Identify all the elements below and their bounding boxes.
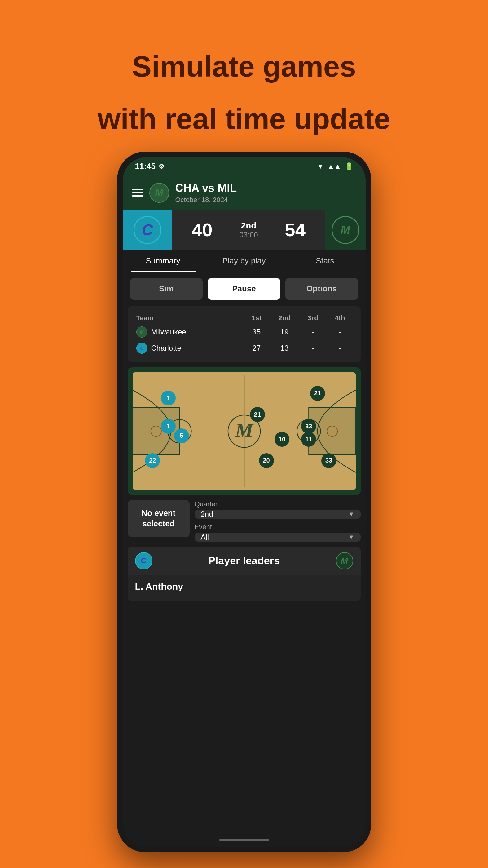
score-center-info: 2nd 03:00 [239,221,258,239]
svg-text:M: M [234,418,254,441]
quarter-dropdown-group: Quarter 2nd ▼ [195,500,361,519]
player-mil-20: 20 [259,453,274,468]
score-section: C 40 2nd 03:00 54 M [123,210,366,250]
mil-team-icon: M [136,327,148,338]
court-container: M 1 1 5 22 21 21 33 10 11 20 33 [133,372,356,490]
quarter-value: 2nd [201,510,213,519]
event-selector: No event selected Quarter 2nd ▼ Event Al… [128,500,361,541]
team-cell-mil: M Milwaukee [136,327,242,338]
cha-q2: 13 [269,340,300,356]
sim-button[interactable]: Sim [130,278,203,300]
pause-button[interactable]: Pause [207,278,281,300]
cha-leaders-logo: C [135,552,153,569]
mil-q2: 19 [269,324,300,340]
mil-logo-score: M [331,216,359,244]
cha-team-name: Charlotte [151,344,181,352]
player-cha-5: 5 [174,428,189,443]
signal-icon: ▲▲ [327,162,341,170]
player-mil-21a: 21 [310,386,325,401]
col-q2: 2nd [269,312,300,324]
app-header: M CHA vs MIL October 18, 2024 [123,176,366,210]
svg-rect-5 [308,408,356,455]
player-name: L. Anthony [128,575,361,601]
home-indicator [219,839,269,841]
quarter-label: Quarter [195,500,361,508]
phone-shell: 11:45 ⚙ ▼ ▲▲ 🔋 M CHA vs MIL October 18, … [117,152,371,852]
dropdowns-col: Quarter 2nd ▼ Event All ▼ [195,500,361,541]
player-cha-1a: 1 [161,391,176,405]
cha-q3: - [300,340,327,356]
header-team-logo: M [149,183,169,203]
header-matchup: CHA vs MIL [175,182,356,195]
cha-team-icon: C [136,343,148,354]
battery-icon: 🔋 [345,162,353,170]
leaders-title: Player leaders [153,555,336,567]
player-mil-10: 10 [274,432,289,447]
menu-button[interactable] [132,189,143,196]
options-button[interactable]: Options [285,278,358,300]
header-date: October 18, 2024 [175,196,356,204]
page-title-container: Simulate games with real time update [73,25,415,136]
player-mil-33b: 33 [321,453,336,468]
right-score: 54 [285,219,305,241]
event-value: All [201,533,209,541]
court-section: M 1 1 5 22 21 21 33 10 11 20 33 [128,367,361,495]
score-middle: 40 2nd 03:00 54 [172,210,325,250]
mil-q4: - [327,324,353,340]
event-label: Event [195,523,361,531]
table-row: C Charlotte 27 13 - - [135,340,353,356]
tab-stats[interactable]: Stats [285,250,365,272]
col-q3: 3rd [300,312,327,324]
controls-container: Sim Pause Options [123,272,366,306]
cha-q1: 27 [244,340,269,356]
col-q4: 4th [327,312,353,324]
tab-play-by-play[interactable]: Play by play [203,250,285,272]
table-row: M Milwaukee 35 19 - - [135,324,353,340]
mil-team-name: Milwaukee [151,328,186,336]
scoreboard-section: Team 1st 2nd 3rd 4th M Milwaukee [128,306,361,362]
col-team: Team [135,312,244,324]
event-dropdown[interactable]: All ▼ [195,533,361,541]
left-score: 40 [192,219,213,241]
wifi-icon: ▼ [317,162,324,170]
col-q1: 1st [244,312,269,324]
gear-icon: ⚙ [159,163,164,170]
score-quarter: 2nd [241,221,257,230]
status-time-group: 11:45 ⚙ [135,161,165,171]
no-event-text: No event selected [134,508,184,529]
player-mil-21b: 21 [250,407,265,422]
team-right-logo: M [325,210,366,250]
status-icons: ▼ ▲▲ 🔋 [317,162,353,170]
team-left-logo: C [123,210,172,250]
leaders-section: C Player leaders M L. Anthony [128,547,361,601]
cha-q4: - [327,340,353,356]
page-title-line1: Simulate games [98,50,390,83]
page-title-line2: with real time update [98,102,390,136]
team-cell-cha: C Charlotte [136,343,242,354]
player-cha-1b: 1 [161,419,176,434]
leaders-header: C Player leaders M [128,547,361,575]
quarter-dropdown[interactable]: 2nd ▼ [195,510,361,519]
chevron-down-icon: ▼ [348,510,354,518]
tab-summary[interactable]: Summary [123,250,203,272]
mil-q1: 35 [244,324,269,340]
no-event-box: No event selected [128,500,190,537]
mil-leaders-logo: M [336,552,353,569]
status-time: 11:45 [135,161,156,171]
status-bar: 11:45 ⚙ ▼ ▲▲ 🔋 [123,157,366,176]
tabs-container: Summary Play by play Stats [123,250,366,272]
phone-screen: 11:45 ⚙ ▼ ▲▲ 🔋 M CHA vs MIL October 18, … [123,157,366,847]
score-time: 03:00 [239,230,258,239]
cha-logo: C [134,216,161,244]
player-cha-22: 22 [145,453,160,468]
mil-q3: - [300,324,327,340]
event-dropdown-group: Event All ▼ [195,523,361,541]
chevron-down-icon-2: ▼ [348,533,354,540]
header-info: CHA vs MIL October 18, 2024 [175,182,356,204]
